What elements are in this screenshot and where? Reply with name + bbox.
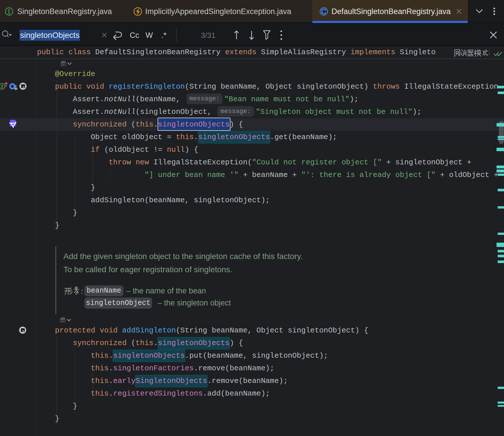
- svg-text:I: I: [1, 84, 3, 89]
- svg-text:I: I: [8, 8, 10, 15]
- svg-text:C: C: [321, 7, 327, 16]
